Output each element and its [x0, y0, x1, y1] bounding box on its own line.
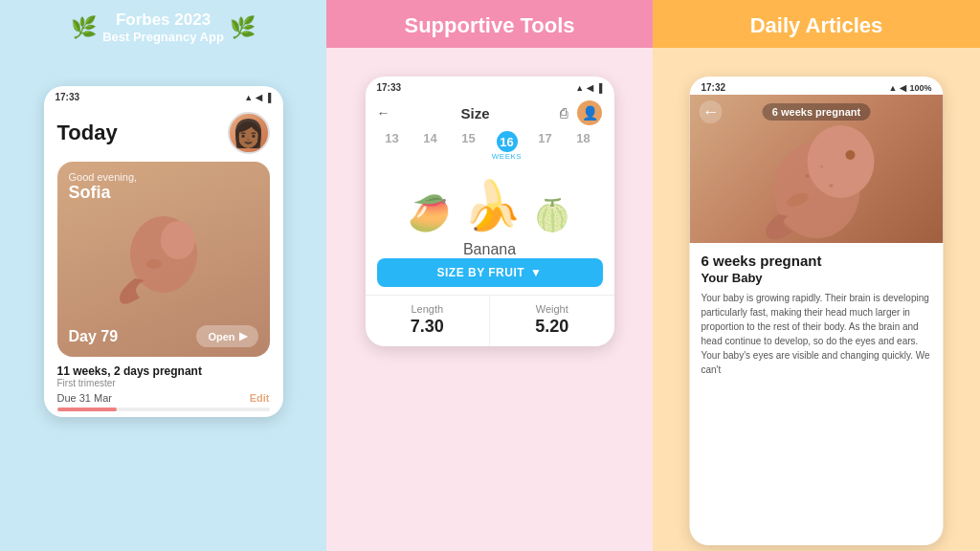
panel3-title: Daily Articles: [662, 13, 970, 38]
week-item-19[interactable]: 19: [607, 131, 614, 161]
user-avatar: 👩🏾: [228, 112, 270, 154]
wifi-icon-2: ◀: [587, 83, 593, 93]
signal-icon-3: ▲: [889, 83, 898, 93]
trimester-label: First trimester: [57, 378, 270, 388]
play-icon: ▶: [239, 330, 247, 342]
status-bar-1: 17:33 ▲ ◀ ▐: [44, 86, 283, 104]
panel-daily-articles: Daily Articles 17:32 ▲ ◀ 100% ← 6 weeks …: [653, 0, 980, 551]
svg-point-4: [807, 125, 874, 198]
embryo-illustration: [101, 207, 226, 321]
progress-bar: [57, 408, 270, 411]
week-item-13[interactable]: 13: [377, 131, 408, 161]
embryo-article-svg: [721, 119, 912, 243]
size-by-fruit-button[interactable]: SIZE BY FRUIT ▼: [377, 258, 603, 287]
svg-point-1: [161, 221, 195, 259]
phone-screen-3: 17:32 ▲ ◀ 100% ← 6 weeks pregnant: [690, 77, 944, 545]
panel2-header: Supportive Tools: [326, 0, 653, 48]
open-button[interactable]: Open ▶: [196, 325, 257, 347]
battery-icon-2: ▐: [596, 83, 602, 93]
week-item-18[interactable]: 18: [568, 131, 599, 161]
phone-info: 11 weeks, 2 days pregnant First trimeste…: [44, 357, 283, 417]
fruit-name-container: Banana: [366, 241, 614, 258]
card-name: Sofia: [69, 183, 258, 203]
phone-nav: ← Size ⎙ 👤: [366, 95, 614, 125]
user-avatar-2: 👤: [577, 100, 602, 125]
pregnancy-weeks: 11 weeks, 2 days pregnant: [57, 364, 270, 378]
svg-point-8: [829, 184, 833, 187]
status-icons-3: ▲ ◀ 100%: [889, 83, 932, 93]
article-title: 6 weeks pregnant: [702, 253, 932, 269]
week-item-16[interactable]: 16 WEEKS: [492, 131, 523, 161]
phone-content-1: Today 👩🏾 Good evening, Sofia: [44, 104, 283, 357]
status-time-2: 17:33: [377, 82, 402, 93]
forbes-badge: 🌿 Forbes 2023 Best Pregnancy App 🌿: [71, 11, 256, 44]
article-subtitle: Your Baby: [702, 271, 932, 285]
week-selector[interactable]: 13 14 15 16 WEEKS 17 18 19: [366, 125, 614, 166]
article-header-image: ← 6 weeks pregnant: [690, 95, 944, 243]
article-text: Your baby is growing rapidly. Their brai…: [702, 291, 932, 377]
melon-icon: 🍈: [533, 197, 571, 233]
status-time-3: 17:32: [702, 82, 726, 93]
wifi-icon-3: ◀: [900, 83, 906, 93]
forbes-subtitle: Best Pregnancy App: [102, 30, 224, 44]
status-icons-2: ▲ ◀ ▐: [575, 83, 602, 93]
phone-screen-2: 17:33 ▲ ◀ ▐ ← Size ⎙ 👤 13 14 15: [366, 77, 614, 346]
week-item-14[interactable]: 14: [415, 131, 446, 161]
today-header: Today 👩🏾: [57, 112, 270, 154]
length-value: 7.30: [377, 317, 479, 337]
wifi-icon: ◀: [256, 93, 262, 102]
week-item-15[interactable]: 15: [454, 131, 484, 161]
back-icon-2[interactable]: ←: [377, 105, 390, 121]
battery-icon: ▐: [265, 93, 271, 102]
due-date-row: Due 31 Mar Edit: [57, 392, 270, 404]
nav-title: Size: [460, 105, 489, 121]
status-time-1: 17:33: [56, 92, 80, 102]
panel3-header: Daily Articles: [653, 0, 980, 48]
avatar-emoji: 👩🏾: [232, 118, 265, 149]
panel-forbes: 🌿 Forbes 2023 Best Pregnancy App 🌿 17:33…: [0, 0, 326, 551]
progress-fill: [57, 408, 117, 411]
forbes-text: Forbes 2023 Best Pregnancy App: [102, 11, 224, 44]
signal-icon-2: ▲: [575, 83, 584, 93]
battery-percent: 100%: [909, 83, 931, 93]
panel2-title: Supportive Tools: [336, 13, 643, 38]
phone-screen-1: 17:33 ▲ ◀ ▐ Today 👩🏾 Good evening, Sofia: [44, 86, 283, 417]
length-label: Length: [377, 303, 479, 315]
edit-link[interactable]: Edit: [250, 392, 270, 404]
panel-supportive-tools: Supportive Tools 17:33 ▲ ◀ ▐ ← Size ⎙ 👤 …: [326, 0, 653, 551]
nav-icons: ⎙ 👤: [560, 100, 602, 125]
fruits-container: 🥭 🍌 🍈: [366, 166, 614, 241]
back-button-3[interactable]: ←: [700, 100, 723, 123]
status-bar-3: 17:32 ▲ ◀ 100%: [690, 77, 944, 95]
status-icons-1: ▲ ◀ ▐: [244, 93, 271, 102]
mango-icon: 🥭: [408, 193, 451, 233]
forbes-title: Forbes 2023: [102, 11, 224, 30]
weeks-badge: 6 weeks pregnant: [763, 103, 870, 121]
share-icon[interactable]: ⎙: [560, 105, 568, 121]
pregnancy-card: Good evening, Sofia Day 79 Open ▶: [57, 162, 270, 357]
laurel-left-icon: 🌿: [71, 15, 97, 40]
weight-label: Weight: [501, 303, 603, 315]
laurel-right-icon: 🌿: [230, 15, 256, 40]
forbes-header: 🌿 Forbes 2023 Best Pregnancy App 🌿: [0, 0, 326, 52]
week-item-17[interactable]: 17: [530, 131, 561, 161]
weight-cell: Weight 5.20: [490, 296, 614, 346]
dropdown-icon: ▼: [530, 266, 542, 279]
svg-point-2: [146, 259, 162, 269]
status-bar-2: 17:33 ▲ ◀ ▐: [366, 77, 614, 95]
article-header-bar: ← 6 weeks pregnant: [690, 95, 944, 127]
due-date: Due 31 Mar: [57, 392, 112, 404]
measurements-row: Length 7.30 Weight 5.20: [366, 295, 614, 346]
card-greeting: Good evening,: [69, 171, 258, 183]
svg-point-5: [845, 150, 855, 160]
fruit-name: Banana: [463, 241, 516, 257]
today-title: Today: [57, 121, 118, 145]
article-body: 6 weeks pregnant Your Baby Your baby is …: [690, 243, 944, 386]
signal-icon: ▲: [244, 93, 253, 102]
weight-value: 5.20: [501, 317, 603, 337]
svg-point-7: [805, 174, 809, 178]
card-bottom: Day 79 Open ▶: [69, 325, 258, 347]
banana-icon: 🍌: [462, 178, 522, 233]
svg-point-9: [820, 165, 823, 168]
length-cell: Length 7.30: [366, 296, 491, 346]
